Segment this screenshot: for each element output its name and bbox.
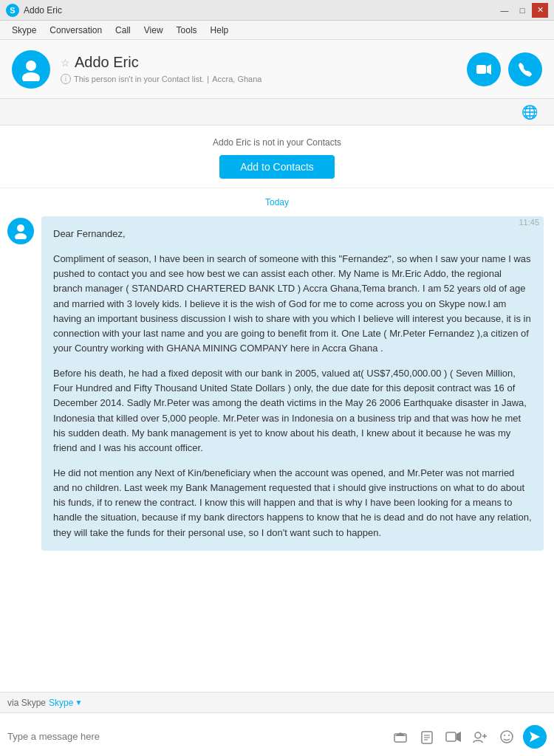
svg-rect-2 — [476, 65, 486, 74]
not-in-contacts-banner: Addo Eric is not in your Contacts Add to… — [0, 126, 554, 188]
video-call-button[interactable] — [467, 52, 501, 86]
svg-point-0 — [26, 61, 36, 71]
close-button[interactable]: ✕ — [532, 3, 548, 18]
video-message-button[interactable] — [443, 726, 464, 747]
menu-bar: Skype Conversation Call View Tools Help — [0, 21, 554, 40]
chat-scroll-container[interactable]: Today Dear Fernandez, Compliment of seas… — [0, 188, 554, 692]
add-to-contacts-button[interactable]: Add to Contacts — [219, 155, 335, 179]
skype-text: Skype — [49, 698, 73, 708]
message-row: Dear Fernandez, Compliment of season, I … — [0, 213, 554, 554]
maximize-button[interactable]: □ — [514, 3, 530, 18]
toolbar-row: 🌐 — [0, 99, 554, 126]
svg-marker-13 — [456, 732, 461, 742]
contact-subtitle: i This person isn't in your Contact list… — [61, 74, 261, 84]
title-bar: S Addo Eric — □ ✕ — [0, 0, 554, 21]
contact-info: ☆ Addo Eric i This person isn't in your … — [61, 54, 261, 84]
skype-logo-icon: S — [6, 4, 19, 17]
svg-point-1 — [22, 72, 40, 81]
contact-header: ☆ Addo Eric i This person isn't in your … — [0, 40, 554, 99]
menu-help[interactable]: Help — [205, 23, 235, 38]
emoji-button[interactable] — [496, 726, 517, 747]
window-controls: — □ ✕ — [496, 3, 548, 18]
message-paragraph-0: Dear Fernandez, — [53, 227, 532, 241]
favorite-star-icon[interactable]: ☆ — [61, 57, 70, 69]
menu-view[interactable]: View — [138, 23, 169, 38]
contact-avatar — [12, 50, 50, 89]
contact-name: Addo Eric — [75, 54, 139, 71]
svg-rect-12 — [446, 732, 456, 741]
svg-point-17 — [501, 731, 513, 743]
attach-file-button[interactable] — [390, 726, 411, 747]
message-paragraph-3: He did not mention any Next of Kin/benef… — [53, 466, 532, 540]
contact-location: Accra, Ghana — [212, 75, 261, 83]
contact-separator: | — [207, 75, 209, 83]
message-paragraph-2: Before his death, he had a fixed deposit… — [53, 366, 532, 456]
svg-marker-3 — [487, 64, 491, 75]
info-icon: i — [61, 74, 71, 84]
message-input[interactable] — [7, 731, 386, 742]
not-in-contacts-text: Addo Eric is not in your Contacts — [0, 137, 554, 148]
chevron-down-icon: ▼ — [75, 698, 82, 707]
contact-left: ☆ Addo Eric i This person isn't in your … — [12, 50, 261, 89]
input-area — [0, 712, 554, 756]
via-skype-label: via Skype — [7, 698, 46, 708]
title-bar-left: S Addo Eric — [6, 4, 62, 17]
menu-conversation[interactable]: Conversation — [44, 23, 108, 38]
message-timestamp: 11:45 — [519, 218, 539, 227]
minimize-button[interactable]: — — [496, 3, 513, 18]
window-title: Addo Eric — [24, 5, 62, 16]
input-actions — [390, 725, 547, 749]
globe-icon-button[interactable]: 🌐 — [520, 103, 539, 122]
send-file-button[interactable] — [417, 726, 437, 747]
via-skype-dropdown[interactable]: Skype ▼ — [49, 698, 82, 708]
chat-area: Today Dear Fernandez, Compliment of seas… — [0, 188, 554, 692]
svg-point-19 — [508, 735, 510, 736]
message-bubble: Dear Fernandez, Compliment of season, I … — [41, 216, 544, 551]
message-sender-avatar — [7, 218, 34, 244]
svg-marker-20 — [530, 732, 540, 742]
svg-point-4 — [17, 224, 24, 232]
menu-call[interactable]: Call — [109, 23, 137, 38]
add-people-button[interactable] — [470, 726, 490, 747]
svg-point-5 — [15, 233, 27, 239]
send-button[interactable] — [523, 725, 547, 749]
menu-tools[interactable]: Tools — [171, 23, 203, 38]
contact-actions — [467, 52, 542, 86]
voice-call-button[interactable] — [508, 52, 542, 86]
via-skype-row: via Skype Skype ▼ — [0, 692, 554, 712]
message-paragraph-1: Compliment of season, I have been in sea… — [53, 252, 532, 356]
date-divider: Today — [0, 188, 554, 213]
svg-point-18 — [504, 735, 505, 736]
contact-status-text: This person isn't in your Contact list. — [74, 75, 204, 83]
contact-name-row: ☆ Addo Eric — [61, 54, 261, 71]
svg-point-14 — [475, 732, 481, 738]
menu-skype[interactable]: Skype — [6, 23, 42, 38]
